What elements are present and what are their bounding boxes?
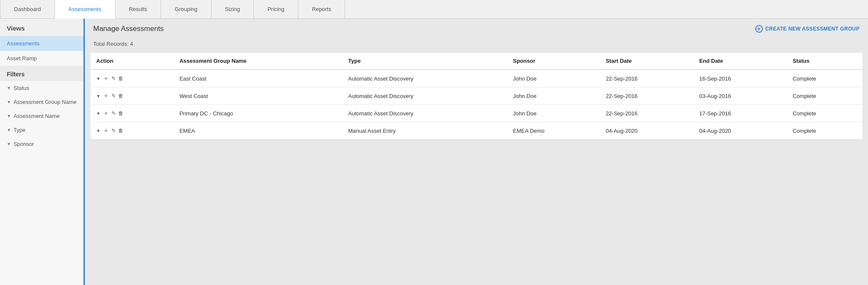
row-action-icons: ▼ ＋ ✎ 🗑: [96, 127, 167, 134]
table-row: ▼ ＋ ✎ 🗑 Primary DC - ChicagoAutomatic As…: [90, 105, 862, 122]
tab-grouping[interactable]: Grouping: [161, 0, 211, 18]
delete-icon[interactable]: 🗑: [118, 110, 123, 116]
expand-icon[interactable]: ▼: [96, 129, 100, 133]
sidebar-item-asset-ramp[interactable]: Asset Ramp: [0, 51, 83, 66]
cell-assessment-group-name: West Coast: [173, 87, 342, 105]
cell-end-date: 17-Sep-2016: [693, 105, 787, 122]
cell-end-date: 04-Aug-2020: [693, 122, 787, 140]
cell-sponsor: John Doe: [507, 105, 600, 122]
edit-icon[interactable]: ✎: [111, 93, 116, 99]
filter-assessment-group-name[interactable]: ▼ Assessment Group Name: [0, 95, 83, 109]
chevron-down-icon: ▼: [7, 100, 11, 104]
filter-status-label: Status: [14, 85, 29, 91]
row-action-icons: ▼ ＋ ✎ 🗑: [96, 109, 167, 117]
chevron-down-icon: ▼: [7, 128, 11, 132]
row-action-icons: ▼ ＋ ✎ 🗑: [96, 92, 167, 100]
chevron-down-icon: ▼: [7, 142, 11, 146]
create-new-assessment-group-button[interactable]: + CREATE NEW ASSESSMENT GROUP: [755, 25, 860, 33]
delete-icon[interactable]: 🗑: [118, 75, 123, 81]
page-title: Manage Assessments: [93, 25, 164, 33]
filter-type-label: Type: [14, 127, 25, 133]
filter-sponsor-label: Sponsor: [14, 141, 34, 147]
col-type: Type: [342, 53, 507, 70]
col-assessment-group-name: Assessment Group Name: [173, 53, 342, 70]
cell-status: Complete: [787, 70, 862, 87]
col-start-date: Start Date: [600, 53, 693, 70]
filter-assessment-name-label: Assessment Name: [14, 113, 60, 119]
tab-sizing[interactable]: Sizing: [211, 0, 254, 18]
record-count: Total Records: 4: [85, 39, 868, 52]
views-title: Views: [0, 19, 83, 36]
tab-dashboard[interactable]: Dashboard: [0, 0, 55, 18]
cell-type: Manual Asset Entry: [342, 122, 507, 140]
filter-sponsor[interactable]: ▼ Sponsor: [0, 137, 83, 151]
row-action-icons: ▼ ＋ ✎ 🗑: [96, 75, 167, 82]
cell-type: Automatic Asset Discovery: [342, 87, 507, 105]
cell-status: Complete: [787, 105, 862, 122]
cell-assessment-group-name: Primary DC - Chicago: [173, 105, 342, 122]
filter-assessment-group-name-label: Assessment Group Name: [14, 99, 77, 105]
cell-end-date: 03-Aug-2016: [693, 87, 787, 105]
content-area: Manage Assessments + CREATE NEW ASSESSME…: [85, 19, 868, 285]
filters-title: Filters: [0, 66, 83, 81]
content-header: Manage Assessments + CREATE NEW ASSESSME…: [85, 19, 868, 39]
table-header-row: Action Assessment Group Name Type Sponso…: [90, 53, 862, 70]
filter-assessment-name[interactable]: ▼ Assessment Name: [0, 109, 83, 123]
cell-sponsor: EMEA Demo: [507, 122, 600, 140]
sidebar: Views Assessments Asset Ramp Filters ▼ S…: [0, 19, 85, 285]
delete-icon[interactable]: 🗑: [118, 93, 123, 99]
add-icon[interactable]: ＋: [103, 92, 109, 100]
add-icon[interactable]: ＋: [103, 127, 109, 134]
sidebar-item-assessments[interactable]: Assessments: [0, 36, 83, 51]
col-status: Status: [787, 53, 862, 70]
filter-type[interactable]: ▼ Type: [0, 123, 83, 137]
expand-icon[interactable]: ▼: [96, 111, 100, 116]
tab-results[interactable]: Results: [115, 0, 161, 18]
add-icon[interactable]: ＋: [103, 109, 109, 117]
cell-start-date: 22-Sep-2016: [600, 105, 693, 122]
cell-assessment-group-name: EMEA: [173, 122, 342, 140]
cell-end-date: 16-Sep-2016: [693, 70, 787, 87]
filter-status[interactable]: ▼ Status: [0, 81, 83, 95]
cell-start-date: 22-Sep-2016: [600, 87, 693, 105]
cell-status: Complete: [787, 87, 862, 105]
col-action: Action: [90, 53, 173, 70]
expand-icon[interactable]: ▼: [96, 94, 100, 98]
edit-icon[interactable]: ✎: [111, 75, 116, 81]
cell-type: Automatic Asset Discovery: [342, 105, 507, 122]
assessments-table-card: Action Assessment Group Name Type Sponso…: [90, 52, 863, 140]
edit-icon[interactable]: ✎: [111, 128, 116, 134]
edit-icon[interactable]: ✎: [111, 110, 116, 116]
cell-status: Complete: [787, 122, 862, 140]
table-row: ▼ ＋ ✎ 🗑 West CoastAutomatic Asset Discov…: [90, 87, 862, 105]
col-sponsor: Sponsor: [507, 53, 600, 70]
chevron-down-icon: ▼: [7, 114, 11, 118]
cell-start-date: 22-Sep-2016: [600, 70, 693, 87]
top-nav: Dashboard Assessments Results Grouping S…: [0, 0, 868, 19]
cell-sponsor: John Doe: [507, 87, 600, 105]
col-end-date: End Date: [693, 53, 787, 70]
cell-assessment-group-name: East Coast: [173, 70, 342, 87]
table-row: ▼ ＋ ✎ 🗑 EMEAManual Asset EntryEMEA Demo0…: [90, 122, 862, 140]
cell-type: Automatic Asset Discovery: [342, 70, 507, 87]
tab-assessments[interactable]: Assessments: [55, 0, 115, 19]
cell-sponsor: John Doe: [507, 70, 600, 87]
tab-pricing[interactable]: Pricing: [254, 0, 298, 18]
assessments-table: Action Assessment Group Name Type Sponso…: [90, 53, 862, 139]
main-layout: Views Assessments Asset Ramp Filters ▼ S…: [0, 19, 868, 285]
delete-icon[interactable]: 🗑: [118, 128, 123, 134]
plus-circle-icon: +: [755, 25, 763, 33]
table-row: ▼ ＋ ✎ 🗑 East CoastAutomatic Asset Discov…: [90, 70, 862, 87]
add-icon[interactable]: ＋: [103, 75, 109, 82]
cell-start-date: 04-Aug-2020: [600, 122, 693, 140]
tab-reports[interactable]: Reports: [298, 0, 345, 18]
create-button-label: CREATE NEW ASSESSMENT GROUP: [765, 26, 860, 32]
expand-icon[interactable]: ▼: [96, 76, 100, 81]
chevron-down-icon: ▼: [7, 86, 11, 90]
